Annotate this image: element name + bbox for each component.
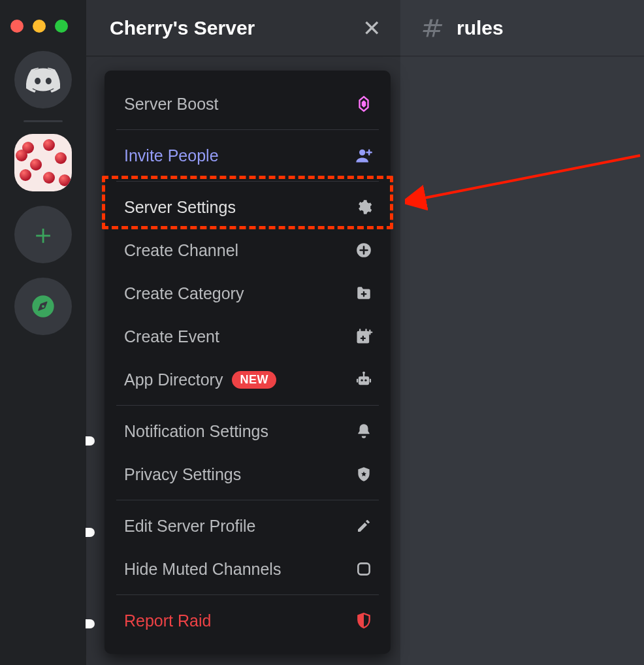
menu-item-app-directory[interactable]: App Directory NEW: [105, 358, 391, 401]
menu-separator: [116, 129, 379, 130]
window-minimize-dot[interactable]: [33, 20, 46, 33]
menu-label: Notification Settings: [124, 422, 268, 441]
menu-item-edit-server-profile[interactable]: Edit Server Profile: [105, 504, 391, 547]
svg-rect-9: [358, 563, 369, 574]
server-title: Cherry's Server: [110, 17, 255, 39]
server-header[interactable]: Cherry's Server ✕: [86, 0, 400, 56]
channel-list-item[interactable]: [86, 425, 95, 457]
add-server-button[interactable]: ＋: [14, 206, 72, 263]
server-dropdown-menu: Server Boost Invite People Server Settin…: [105, 71, 391, 654]
menu-separator: [116, 500, 379, 500]
window-controls: [10, 20, 68, 33]
server-rail: ＋: [0, 0, 86, 665]
checkbox-empty-icon: [354, 559, 374, 579]
svg-rect-3: [359, 376, 369, 385]
menu-item-invite-people[interactable]: Invite People: [105, 134, 391, 177]
channel-list-item[interactable]: [86, 608, 95, 640]
svg-point-0: [359, 150, 365, 155]
menu-separator: [116, 594, 379, 595]
menu-label: App Directory: [124, 370, 223, 389]
pencil-icon: [354, 516, 374, 536]
menu-label: Server Settings: [124, 198, 236, 217]
bell-icon: [354, 421, 374, 441]
svg-point-4: [361, 380, 362, 381]
window-close-dot[interactable]: [10, 20, 24, 33]
menu-item-server-settings[interactable]: Server Settings: [105, 186, 391, 229]
explore-servers-button[interactable]: [14, 278, 72, 335]
menu-separator: [116, 181, 379, 182]
folder-plus-icon: [354, 284, 374, 303]
shield-alert-icon: [354, 611, 374, 630]
channel-list-item[interactable]: [86, 516, 95, 549]
menu-separator: [116, 405, 379, 406]
menu-item-create-category[interactable]: Create Category: [105, 272, 391, 315]
svg-rect-8: [370, 379, 371, 383]
home-button[interactable]: [14, 51, 72, 108]
shield-star-icon: [354, 464, 374, 484]
menu-item-hide-muted-channels[interactable]: Hide Muted Channels: [105, 547, 391, 591]
menu-label: Hide Muted Channels: [124, 560, 281, 579]
menu-label: Edit Server Profile: [124, 517, 255, 536]
menu-label: Report Raid: [124, 611, 211, 630]
calendar-plus-icon: [354, 327, 374, 346]
chat-header: rules: [400, 0, 644, 56]
circle-plus-icon: [354, 240, 374, 260]
close-icon[interactable]: ✕: [362, 17, 381, 39]
robot-icon: [354, 370, 374, 389]
menu-label: Create Channel: [124, 241, 238, 260]
menu-label: Create Category: [124, 284, 244, 303]
discord-logo-icon: [26, 67, 60, 93]
window-zoom-dot[interactable]: [55, 20, 68, 33]
chat-column: rules: [400, 0, 644, 665]
invite-person-plus-icon: [354, 146, 374, 165]
menu-item-create-event[interactable]: Create Event: [105, 315, 391, 358]
rail-divider: [24, 120, 63, 122]
menu-label: Create Event: [124, 327, 219, 346]
svg-rect-7: [357, 379, 358, 383]
hash-icon: [421, 16, 445, 40]
menu-item-create-channel[interactable]: Create Channel: [105, 229, 391, 272]
new-badge: NEW: [232, 371, 276, 389]
menu-item-privacy-settings[interactable]: Privacy Settings: [105, 453, 391, 496]
svg-point-6: [362, 372, 365, 374]
menu-label: Server Boost: [124, 95, 219, 114]
compass-icon: [30, 293, 56, 319]
svg-point-5: [364, 380, 366, 381]
menu-label: Privacy Settings: [124, 465, 241, 484]
boost-gem-icon: [354, 94, 374, 114]
menu-item-report-raid[interactable]: Report Raid: [105, 599, 391, 642]
menu-item-server-boost[interactable]: Server Boost: [105, 82, 391, 125]
menu-label: Invite People: [124, 146, 219, 165]
server-avatar-cherrys-server[interactable]: [14, 134, 72, 191]
channel-name: rules: [457, 17, 504, 39]
gear-icon: [354, 197, 374, 217]
menu-item-notification-settings[interactable]: Notification Settings: [105, 410, 391, 453]
